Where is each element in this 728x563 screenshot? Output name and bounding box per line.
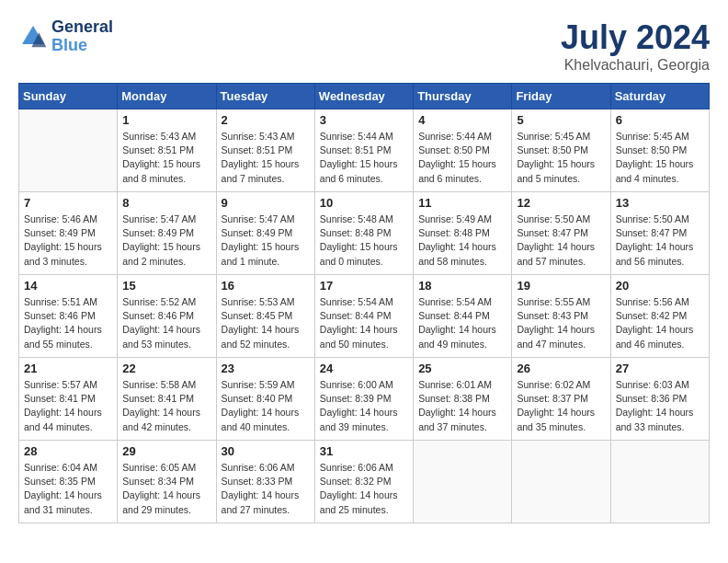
calendar-cell: 2Sunrise: 5:43 AMSunset: 8:51 PMDaylight…	[216, 109, 314, 192]
day-number: 27	[616, 362, 704, 375]
day-info: Sunrise: 5:45 AMSunset: 8:50 PMDaylight:…	[616, 130, 704, 186]
day-info: Sunrise: 5:53 AMSunset: 8:45 PMDaylight:…	[222, 295, 310, 351]
calendar-cell: 6Sunrise: 5:45 AMSunset: 8:50 PMDaylight…	[610, 109, 709, 192]
month-title: July 2024	[561, 18, 710, 57]
day-info: Sunrise: 5:48 AMSunset: 8:48 PMDaylight:…	[320, 213, 408, 269]
calendar-cell: 24Sunrise: 6:00 AMSunset: 8:39 PMDayligh…	[314, 358, 413, 441]
day-number: 18	[418, 279, 506, 293]
day-number: 28	[24, 444, 112, 458]
day-number: 6	[616, 113, 704, 127]
day-number: 7	[24, 196, 112, 210]
calendar-cell: 25Sunrise: 6:01 AMSunset: 8:38 PMDayligh…	[414, 358, 512, 441]
day-info: Sunrise: 6:06 AMSunset: 8:32 PMDaylight:…	[320, 461, 408, 517]
calendar-cell: 14Sunrise: 5:51 AMSunset: 8:46 PMDayligh…	[19, 275, 118, 358]
calendar-cell: 21Sunrise: 5:57 AMSunset: 8:41 PMDayligh…	[19, 358, 118, 441]
calendar-cell: 9Sunrise: 5:47 AMSunset: 8:49 PMDaylight…	[216, 192, 314, 275]
calendar-cell: 19Sunrise: 5:55 AMSunset: 8:43 PMDayligh…	[512, 275, 610, 358]
day-number: 4	[418, 113, 506, 127]
day-number: 14	[24, 279, 112, 293]
day-info: Sunrise: 6:03 AMSunset: 8:36 PMDaylight:…	[616, 378, 704, 434]
day-number: 24	[320, 362, 408, 375]
calendar-cell: 18Sunrise: 5:54 AMSunset: 8:44 PMDayligh…	[414, 275, 512, 358]
weekday-header-tuesday: Tuesday	[216, 84, 314, 109]
day-info: Sunrise: 6:00 AMSunset: 8:39 PMDaylight:…	[320, 378, 408, 434]
logo-icon	[18, 22, 48, 52]
weekday-header-sunday: Sunday	[19, 84, 118, 109]
day-info: Sunrise: 6:04 AMSunset: 8:35 PMDaylight:…	[24, 461, 112, 517]
title-block: July 2024 Khelvachauri, Georgia	[561, 18, 710, 74]
day-info: Sunrise: 6:01 AMSunset: 8:38 PMDaylight:…	[418, 378, 506, 434]
calendar-cell: 27Sunrise: 6:03 AMSunset: 8:36 PMDayligh…	[610, 358, 709, 441]
weekday-header-saturday: Saturday	[610, 84, 709, 109]
calendar-week-3: 14Sunrise: 5:51 AMSunset: 8:46 PMDayligh…	[19, 275, 710, 358]
calendar-cell: 23Sunrise: 5:59 AMSunset: 8:40 PMDayligh…	[216, 358, 314, 441]
calendar-cell: 29Sunrise: 6:05 AMSunset: 8:34 PMDayligh…	[118, 441, 216, 523]
calendar-cell: 11Sunrise: 5:49 AMSunset: 8:48 PMDayligh…	[414, 192, 512, 275]
calendar-cell: 17Sunrise: 5:54 AMSunset: 8:44 PMDayligh…	[314, 275, 413, 358]
day-info: Sunrise: 5:43 AMSunset: 8:51 PMDaylight:…	[222, 130, 310, 186]
weekday-header-monday: Monday	[118, 84, 216, 109]
day-info: Sunrise: 5:59 AMSunset: 8:40 PMDaylight:…	[222, 378, 310, 434]
logo-text: General Blue	[51, 18, 113, 55]
calendar-cell	[610, 441, 709, 523]
calendar-cell: 15Sunrise: 5:52 AMSunset: 8:46 PMDayligh…	[118, 275, 216, 358]
day-info: Sunrise: 6:06 AMSunset: 8:33 PMDaylight:…	[222, 461, 310, 517]
day-number: 20	[616, 279, 704, 293]
calendar-week-2: 7Sunrise: 5:46 AMSunset: 8:49 PMDaylight…	[19, 192, 710, 275]
day-number: 21	[24, 362, 112, 375]
calendar-cell: 26Sunrise: 6:02 AMSunset: 8:37 PMDayligh…	[512, 358, 610, 441]
calendar-cell: 5Sunrise: 5:45 AMSunset: 8:50 PMDaylight…	[512, 109, 610, 192]
calendar-cell	[414, 441, 512, 523]
calendar-cell: 16Sunrise: 5:53 AMSunset: 8:45 PMDayligh…	[216, 275, 314, 358]
day-info: Sunrise: 5:51 AMSunset: 8:46 PMDaylight:…	[24, 295, 112, 351]
calendar-week-4: 21Sunrise: 5:57 AMSunset: 8:41 PMDayligh…	[19, 358, 710, 441]
calendar-cell	[19, 109, 118, 192]
day-info: Sunrise: 5:55 AMSunset: 8:43 PMDaylight:…	[517, 295, 605, 351]
calendar-cell: 31Sunrise: 6:06 AMSunset: 8:32 PMDayligh…	[314, 441, 413, 523]
calendar-cell: 7Sunrise: 5:46 AMSunset: 8:49 PMDaylight…	[19, 192, 118, 275]
day-number: 11	[418, 196, 506, 210]
day-number: 5	[517, 113, 605, 127]
day-number: 13	[616, 196, 704, 210]
day-info: Sunrise: 5:58 AMSunset: 8:41 PMDaylight:…	[122, 378, 210, 434]
day-number: 15	[122, 279, 210, 293]
day-info: Sunrise: 6:02 AMSunset: 8:37 PMDaylight:…	[517, 378, 605, 434]
weekday-header-wednesday: Wednesday	[314, 84, 413, 109]
calendar-table: SundayMondayTuesdayWednesdayThursdayFrid…	[18, 83, 710, 523]
calendar-cell: 8Sunrise: 5:47 AMSunset: 8:49 PMDaylight…	[118, 192, 216, 275]
day-info: Sunrise: 5:47 AMSunset: 8:49 PMDaylight:…	[222, 213, 310, 269]
calendar-cell: 28Sunrise: 6:04 AMSunset: 8:35 PMDayligh…	[19, 441, 118, 523]
day-info: Sunrise: 5:47 AMSunset: 8:49 PMDaylight:…	[122, 213, 210, 269]
day-info: Sunrise: 5:54 AMSunset: 8:44 PMDaylight:…	[418, 295, 506, 351]
day-number: 10	[320, 196, 408, 210]
weekday-header-friday: Friday	[512, 84, 610, 109]
day-info: Sunrise: 6:05 AMSunset: 8:34 PMDaylight:…	[122, 461, 210, 517]
day-number: 2	[222, 113, 310, 127]
page-header: General Blue July 2024 Khelvachauri, Geo…	[18, 18, 710, 74]
calendar-header: SundayMondayTuesdayWednesdayThursdayFrid…	[19, 84, 710, 109]
day-number: 8	[122, 196, 210, 210]
day-info: Sunrise: 5:44 AMSunset: 8:50 PMDaylight:…	[418, 130, 506, 186]
day-info: Sunrise: 5:45 AMSunset: 8:50 PMDaylight:…	[517, 130, 605, 186]
day-number: 29	[122, 444, 210, 458]
day-info: Sunrise: 5:52 AMSunset: 8:46 PMDaylight:…	[122, 295, 210, 351]
calendar-week-1: 1Sunrise: 5:43 AMSunset: 8:51 PMDaylight…	[19, 109, 710, 192]
day-info: Sunrise: 5:50 AMSunset: 8:47 PMDaylight:…	[517, 213, 605, 269]
calendar-week-5: 28Sunrise: 6:04 AMSunset: 8:35 PMDayligh…	[19, 441, 710, 523]
calendar-cell: 22Sunrise: 5:58 AMSunset: 8:41 PMDayligh…	[118, 358, 216, 441]
logo: General Blue	[18, 18, 113, 55]
day-info: Sunrise: 5:54 AMSunset: 8:44 PMDaylight:…	[320, 295, 408, 351]
day-number: 16	[222, 279, 310, 293]
location: Khelvachauri, Georgia	[561, 57, 710, 74]
day-info: Sunrise: 5:50 AMSunset: 8:47 PMDaylight:…	[616, 213, 704, 269]
day-number: 3	[320, 113, 408, 127]
day-info: Sunrise: 5:43 AMSunset: 8:51 PMDaylight:…	[122, 130, 210, 186]
day-number: 30	[222, 444, 310, 458]
calendar-cell: 10Sunrise: 5:48 AMSunset: 8:48 PMDayligh…	[314, 192, 413, 275]
day-number: 9	[222, 196, 310, 210]
day-number: 12	[517, 196, 605, 210]
calendar-cell: 20Sunrise: 5:56 AMSunset: 8:42 PMDayligh…	[610, 275, 709, 358]
day-number: 17	[320, 279, 408, 293]
day-number: 1	[122, 113, 210, 127]
calendar-cell: 4Sunrise: 5:44 AMSunset: 8:50 PMDaylight…	[414, 109, 512, 192]
